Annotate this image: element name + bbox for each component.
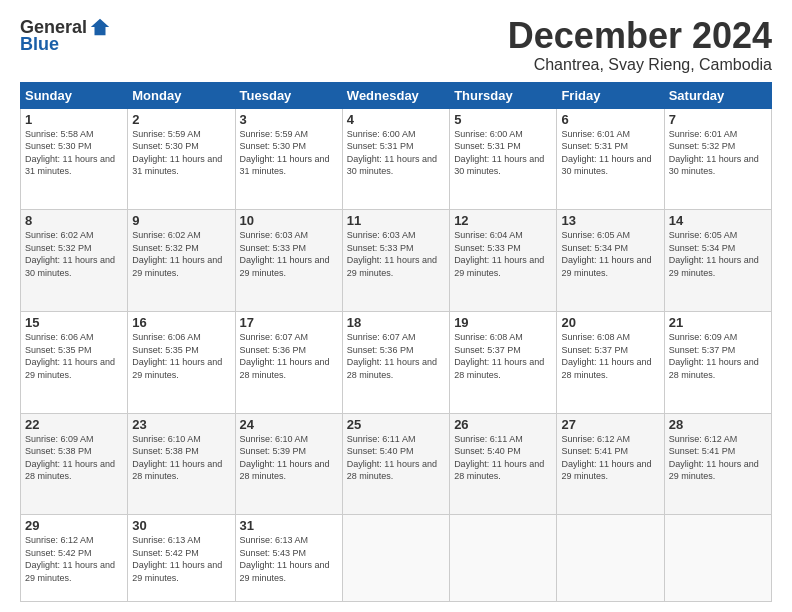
- table-row: 23Sunrise: 6:10 AMSunset: 5:38 PMDayligh…: [128, 413, 235, 515]
- table-row: 22Sunrise: 6:09 AMSunset: 5:38 PMDayligh…: [21, 413, 128, 515]
- col-tuesday: Tuesday: [235, 82, 342, 108]
- table-row: 25Sunrise: 6:11 AMSunset: 5:40 PMDayligh…: [342, 413, 449, 515]
- table-row: 27Sunrise: 6:12 AMSunset: 5:41 PMDayligh…: [557, 413, 664, 515]
- table-row: [664, 515, 771, 602]
- table-row: 14Sunrise: 6:05 AMSunset: 5:34 PMDayligh…: [664, 210, 771, 312]
- col-sunday: Sunday: [21, 82, 128, 108]
- table-row: 21Sunrise: 6:09 AMSunset: 5:37 PMDayligh…: [664, 311, 771, 413]
- table-row: 5Sunrise: 6:00 AMSunset: 5:31 PMDaylight…: [450, 108, 557, 210]
- table-row: [342, 515, 449, 602]
- table-row: 24Sunrise: 6:10 AMSunset: 5:39 PMDayligh…: [235, 413, 342, 515]
- table-row: 9Sunrise: 6:02 AMSunset: 5:32 PMDaylight…: [128, 210, 235, 312]
- table-row: 29Sunrise: 6:12 AMSunset: 5:42 PMDayligh…: [21, 515, 128, 602]
- title-section: December 2024 Chantrea, Svay Rieng, Camb…: [508, 16, 772, 74]
- table-row: 17Sunrise: 6:07 AMSunset: 5:36 PMDayligh…: [235, 311, 342, 413]
- table-row: 13Sunrise: 6:05 AMSunset: 5:34 PMDayligh…: [557, 210, 664, 312]
- page-title: December 2024: [508, 16, 772, 56]
- table-row: 26Sunrise: 6:11 AMSunset: 5:40 PMDayligh…: [450, 413, 557, 515]
- svg-marker-0: [91, 19, 109, 36]
- table-row: 1Sunrise: 5:58 AMSunset: 5:30 PMDaylight…: [21, 108, 128, 210]
- header: General Blue December 2024 Chantrea, Sva…: [20, 16, 772, 74]
- col-monday: Monday: [128, 82, 235, 108]
- table-row: 7Sunrise: 6:01 AMSunset: 5:32 PMDaylight…: [664, 108, 771, 210]
- table-row: 12Sunrise: 6:04 AMSunset: 5:33 PMDayligh…: [450, 210, 557, 312]
- logo-blue: Blue: [20, 34, 59, 55]
- page: General Blue December 2024 Chantrea, Sva…: [0, 0, 792, 612]
- table-row: 3Sunrise: 5:59 AMSunset: 5:30 PMDaylight…: [235, 108, 342, 210]
- table-row: 20Sunrise: 6:08 AMSunset: 5:37 PMDayligh…: [557, 311, 664, 413]
- calendar-header-row: Sunday Monday Tuesday Wednesday Thursday…: [21, 82, 772, 108]
- table-row: 16Sunrise: 6:06 AMSunset: 5:35 PMDayligh…: [128, 311, 235, 413]
- table-row: 4Sunrise: 6:00 AMSunset: 5:31 PMDaylight…: [342, 108, 449, 210]
- logo: General Blue: [20, 16, 111, 55]
- table-row: 11Sunrise: 6:03 AMSunset: 5:33 PMDayligh…: [342, 210, 449, 312]
- col-friday: Friday: [557, 82, 664, 108]
- col-wednesday: Wednesday: [342, 82, 449, 108]
- table-row: 15Sunrise: 6:06 AMSunset: 5:35 PMDayligh…: [21, 311, 128, 413]
- page-subtitle: Chantrea, Svay Rieng, Cambodia: [508, 56, 772, 74]
- calendar-table: Sunday Monday Tuesday Wednesday Thursday…: [20, 82, 772, 602]
- table-row: [557, 515, 664, 602]
- table-row: 30Sunrise: 6:13 AMSunset: 5:42 PMDayligh…: [128, 515, 235, 602]
- col-saturday: Saturday: [664, 82, 771, 108]
- table-row: [450, 515, 557, 602]
- table-row: 28Sunrise: 6:12 AMSunset: 5:41 PMDayligh…: [664, 413, 771, 515]
- table-row: 2Sunrise: 5:59 AMSunset: 5:30 PMDaylight…: [128, 108, 235, 210]
- table-row: 19Sunrise: 6:08 AMSunset: 5:37 PMDayligh…: [450, 311, 557, 413]
- col-thursday: Thursday: [450, 82, 557, 108]
- table-row: 6Sunrise: 6:01 AMSunset: 5:31 PMDaylight…: [557, 108, 664, 210]
- table-row: 31Sunrise: 6:13 AMSunset: 5:43 PMDayligh…: [235, 515, 342, 602]
- table-row: 8Sunrise: 6:02 AMSunset: 5:32 PMDaylight…: [21, 210, 128, 312]
- logo-icon: [89, 16, 111, 38]
- table-row: 18Sunrise: 6:07 AMSunset: 5:36 PMDayligh…: [342, 311, 449, 413]
- table-row: 10Sunrise: 6:03 AMSunset: 5:33 PMDayligh…: [235, 210, 342, 312]
